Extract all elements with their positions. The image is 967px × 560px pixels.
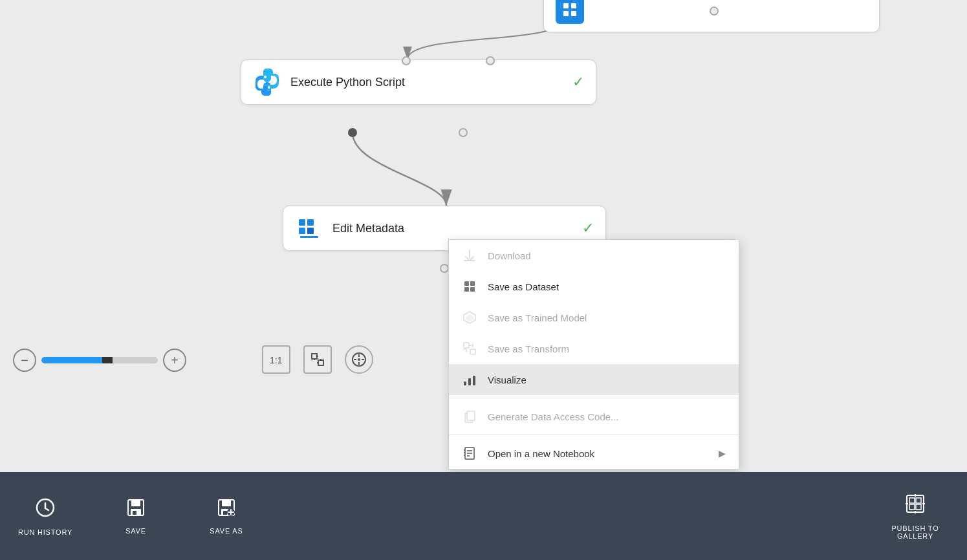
model-icon: [462, 310, 477, 325]
save-as-button[interactable]: SAVE AS: [181, 472, 272, 560]
svg-rect-1: [563, 3, 569, 8]
top-node[interactable]: [543, 0, 880, 32]
notebook-icon: [462, 446, 477, 461]
svg-rect-11: [299, 228, 305, 234]
svg-rect-4: [571, 11, 576, 16]
svg-point-46: [358, 358, 360, 361]
menu-divider-2: [449, 435, 739, 435]
menu-item-download[interactable]: Download: [449, 240, 739, 271]
download-icon: [462, 248, 477, 263]
fit-to-screen-button[interactable]: 1:1: [262, 345, 290, 374]
save-button[interactable]: SAVE: [91, 472, 181, 560]
python-top-dot-right: [486, 56, 495, 65]
zoom-bar-fill: [41, 357, 105, 363]
svg-rect-16: [464, 287, 469, 292]
python-node[interactable]: Execute Python Script ✓: [241, 59, 596, 105]
zoom-controls: − +: [13, 349, 186, 372]
menu-item-save-dataset[interactable]: Save as Dataset: [449, 271, 739, 302]
svg-rect-26: [467, 411, 475, 420]
python-top-dot-left: [402, 56, 411, 65]
metadata-node-check: ✓: [582, 220, 594, 237]
run-history-label: RUN HISTORY: [18, 528, 72, 536]
menu-label-download: Download: [488, 250, 726, 261]
svg-rect-3: [563, 11, 569, 16]
svg-rect-62: [909, 504, 915, 510]
menu-label-save-dataset: Save as Dataset: [488, 281, 726, 292]
svg-rect-9: [299, 219, 305, 226]
menu-label-save-transform: Save as Transform: [488, 343, 726, 354]
copy-icon: [462, 409, 477, 424]
menu-item-save-trained[interactable]: Save as Trained Model: [449, 302, 739, 333]
save-label: SAVE: [125, 527, 146, 535]
zoom-bar: [41, 357, 158, 363]
run-history-button[interactable]: RUN HISTORY: [0, 472, 91, 560]
svg-rect-53: [222, 500, 231, 506]
zoom-bar-thumb[interactable]: [102, 357, 113, 363]
zoom-bar-container: [41, 357, 158, 363]
menu-label-visualize: Visualize: [488, 374, 726, 385]
svg-rect-51: [133, 511, 136, 515]
svg-rect-49: [131, 500, 140, 506]
save-as-label: SAVE AS: [210, 527, 243, 535]
svg-rect-15: [470, 281, 475, 286]
svg-rect-17: [470, 287, 475, 292]
svg-text:1:1: 1:1: [270, 355, 283, 365]
canvas: Execute Python Script ✓ Edit Metadata ✓: [0, 0, 967, 472]
submenu-arrow: ▶: [719, 448, 726, 458]
svg-rect-21: [470, 349, 475, 354]
top-node-dot-right: [710, 6, 719, 16]
run-history-icon: [34, 497, 56, 523]
svg-rect-60: [909, 498, 915, 503]
svg-rect-24: [473, 376, 475, 385]
menu-divider: [449, 398, 739, 398]
svg-rect-23: [468, 378, 471, 385]
toolbar: RUN HISTORY SAVE SAVE AS: [0, 472, 967, 560]
menu-item-visualize[interactable]: Visualize: [449, 364, 739, 395]
svg-rect-14: [464, 281, 469, 286]
svg-rect-22: [464, 382, 466, 385]
chart-icon: [462, 372, 477, 387]
pan-button[interactable]: [345, 345, 373, 374]
python-bottom-dot-left: [348, 128, 357, 137]
zoom-in-button[interactable]: +: [163, 349, 186, 372]
transform-icon: [462, 341, 477, 356]
svg-rect-61: [916, 498, 921, 503]
metadata-icon: [295, 214, 323, 242]
svg-rect-35: [312, 354, 317, 359]
canvas-tools: 1:1: [262, 345, 373, 374]
svg-rect-13: [300, 236, 318, 238]
context-menu: Download Save as Dataset S: [448, 239, 739, 469]
save-as-icon: [217, 498, 236, 522]
python-icon: [253, 68, 281, 96]
metadata-bottom-dot: [440, 264, 449, 273]
svg-rect-2: [571, 3, 576, 8]
svg-point-7: [268, 86, 270, 89]
svg-rect-20: [464, 343, 469, 348]
menu-label-open-notebook: Open in a new Notebook: [488, 448, 708, 459]
python-node-title: Execute Python Script: [290, 76, 565, 89]
zoom-out-button[interactable]: −: [13, 349, 36, 372]
menu-label-generate-code: Generate Data Access Code...: [488, 411, 726, 422]
svg-rect-63: [916, 504, 921, 510]
metadata-node-title: Edit Metadata: [332, 222, 574, 235]
svg-point-6: [264, 76, 266, 78]
svg-rect-10: [307, 219, 314, 226]
zoom-fit-button[interactable]: [303, 345, 332, 374]
menu-item-generate-code[interactable]: Generate Data Access Code...: [449, 401, 739, 432]
menu-item-save-transform[interactable]: Save as Transform: [449, 333, 739, 364]
menu-label-save-trained: Save as Trained Model: [488, 312, 726, 323]
svg-rect-12: [307, 228, 314, 234]
publish-gallery-label: PUBLISH TO GALLERY: [891, 524, 939, 540]
save-icon: [126, 498, 146, 522]
python-node-check: ✓: [572, 74, 584, 91]
python-bottom-dot-right: [459, 128, 468, 137]
svg-marker-19: [466, 314, 473, 321]
publish-gallery-icon: [904, 493, 926, 519]
menu-item-open-notebook[interactable]: Open in a new Notebook ▶: [449, 438, 739, 469]
svg-rect-55: [223, 511, 227, 515]
publish-gallery-button[interactable]: PUBLISH TO GALLERY: [864, 472, 967, 560]
svg-rect-36: [318, 360, 323, 365]
dataset-icon: [462, 279, 477, 294]
